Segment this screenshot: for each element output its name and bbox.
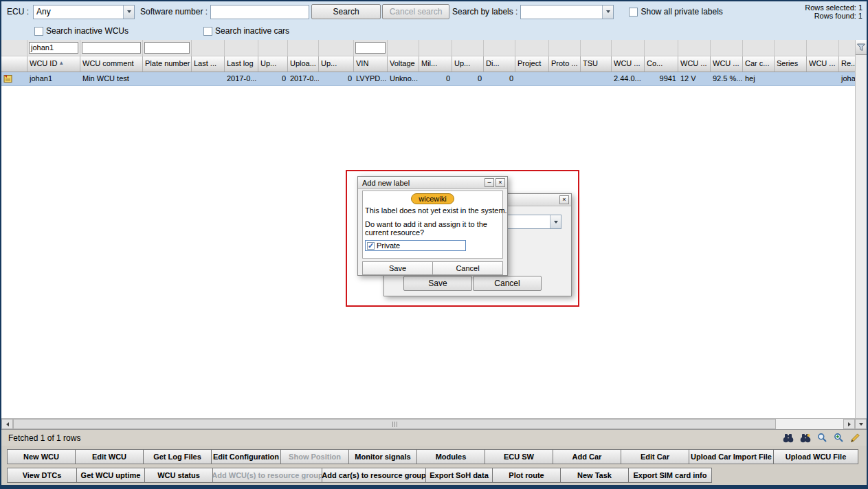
column-header-label: Uploa... xyxy=(290,59,316,67)
action-button-get-log-files[interactable]: Get Log Files xyxy=(143,449,212,464)
search-inactive-cars-checkbox[interactable] xyxy=(203,27,212,36)
column-header-5[interactable]: Last log xyxy=(225,56,258,72)
zoom-plus-icon[interactable] xyxy=(834,433,844,443)
scroll-down-button[interactable] xyxy=(855,419,867,429)
column-header-13[interactable]: Di... xyxy=(484,56,515,72)
action-button-get-wcu-uptime[interactable]: Get WCU uptime xyxy=(76,468,145,483)
action-button-new-task[interactable]: New Task xyxy=(560,468,629,483)
column-header-22[interactable]: Series xyxy=(775,56,807,72)
action-button-edit-configuration[interactable]: Edit Configuration xyxy=(211,449,281,464)
show-all-private-labels-checkbox[interactable] xyxy=(629,8,638,17)
column-header-20[interactable]: WCU ... xyxy=(711,56,743,72)
filter-cell-21 xyxy=(743,40,775,56)
column-header-19[interactable]: WCU ... xyxy=(678,56,711,72)
action-button-edit-wcu[interactable]: Edit WCU xyxy=(75,449,144,464)
chevron-down-icon xyxy=(550,215,561,228)
column-header-12[interactable]: Up... xyxy=(452,56,484,72)
action-button-ecu-sw[interactable]: ECU SW xyxy=(485,449,553,464)
action-button-edit-car[interactable]: Edit Car xyxy=(621,449,689,464)
private-checkbox[interactable] xyxy=(367,242,375,250)
ecu-label: ECU : xyxy=(7,7,29,17)
column-header-4[interactable]: Last ... xyxy=(192,56,225,72)
search-button[interactable]: Search xyxy=(311,4,381,19)
dialog-titlebar[interactable]: Add new label – × xyxy=(358,177,507,189)
status-icons xyxy=(783,433,860,443)
row-cell-19: 12 V xyxy=(678,72,711,85)
filter-cell-7 xyxy=(288,40,319,56)
column-header-17[interactable]: WCU ... xyxy=(612,56,645,72)
grid-data-row[interactable]: johan1Min WCU test2017-0...02017-0...0LV… xyxy=(1,72,855,86)
private-option[interactable]: Private xyxy=(365,240,466,251)
scroll-track[interactable] xyxy=(13,419,843,429)
action-button-wcu-status[interactable]: WCU status xyxy=(144,468,213,483)
column-header-1[interactable]: WCU ID▲ xyxy=(27,56,80,72)
action-button-export-soh-data[interactable]: Export SoH data xyxy=(425,468,493,483)
action-button-upload-car-import-file[interactable]: Upload Car Import File xyxy=(689,449,774,464)
column-header-10[interactable]: Voltage xyxy=(388,56,419,72)
column-header-8[interactable]: Up... xyxy=(319,56,354,72)
column-filter-button[interactable] xyxy=(856,40,867,55)
rows-selected-text: Rows selected: 1 xyxy=(805,3,863,12)
action-button-add-car[interactable]: Add Car xyxy=(553,449,621,464)
edit-pen-icon[interactable] xyxy=(850,433,860,443)
vertical-scrollbar[interactable] xyxy=(855,40,867,418)
filter-cell-15 xyxy=(549,40,581,56)
action-button-export-sim-card-info[interactable]: Export SIM card info xyxy=(628,468,712,483)
binoculars-search-icon[interactable] xyxy=(800,433,811,443)
search-inactive-wcus-label: Search inactive WCUs xyxy=(46,26,129,36)
ecu-select[interactable]: Any xyxy=(33,5,135,19)
column-filter-input-9[interactable] xyxy=(355,42,386,54)
column-header-18[interactable]: Co... xyxy=(645,56,678,72)
scroll-right-button[interactable] xyxy=(843,419,855,429)
back-cancel-button[interactable]: Cancel xyxy=(473,276,542,291)
column-header-14[interactable]: Project xyxy=(515,56,549,72)
back-save-button[interactable]: Save xyxy=(403,276,472,291)
action-button-monitor-signals[interactable]: Monitor signals xyxy=(348,449,417,464)
scroll-left-button[interactable] xyxy=(1,419,13,429)
column-header-16[interactable]: TSU xyxy=(581,56,612,72)
column-header-0[interactable] xyxy=(1,56,27,72)
column-header-6[interactable]: Up... xyxy=(258,56,288,72)
filter-cell-12 xyxy=(452,40,484,56)
column-header-3[interactable]: Plate number xyxy=(143,56,192,72)
column-header-11[interactable]: Mil... xyxy=(419,56,452,72)
row-cell-24: johan_ xyxy=(839,72,855,85)
action-button-upload-wcu-file[interactable]: Upload WCU File xyxy=(773,449,858,464)
column-header-2[interactable]: WCU comment xyxy=(80,56,143,72)
column-header-15[interactable]: Proto ... xyxy=(549,56,581,72)
column-filter-input-3[interactable] xyxy=(144,42,190,54)
horizontal-scrollbar[interactable] xyxy=(1,418,867,429)
arrow-down-icon xyxy=(859,423,863,426)
row-cell-22 xyxy=(775,72,807,85)
search-inactive-wcus-checkbox[interactable] xyxy=(34,27,43,36)
minimize-icon[interactable]: – xyxy=(485,178,494,187)
action-button-view-dtcs[interactable]: View DTCs xyxy=(7,468,77,483)
row-cell-11: 0 xyxy=(419,72,452,85)
action-button-modules[interactable]: Modules xyxy=(416,449,485,464)
filter-cell-11 xyxy=(419,40,452,56)
column-filter-input-2[interactable] xyxy=(82,42,141,54)
action-button-new-wcu[interactable]: New WCU xyxy=(7,449,76,464)
labels-select[interactable] xyxy=(520,5,614,19)
dialog-cancel-button[interactable]: Cancel xyxy=(432,261,503,275)
software-number-input[interactable] xyxy=(210,5,309,19)
column-header-9[interactable]: VIN xyxy=(354,56,388,72)
scroll-thumb[interactable] xyxy=(13,419,776,429)
column-header-label: Up... xyxy=(454,59,470,67)
row-cell-20: 92.5 %... xyxy=(711,72,743,85)
binoculars-icon[interactable] xyxy=(783,433,794,443)
column-header-23[interactable]: WCU ... xyxy=(807,56,839,72)
arrow-right-icon xyxy=(848,422,851,426)
close-icon[interactable]: × xyxy=(559,195,569,204)
column-filter-input-1[interactable]: johan1 xyxy=(29,42,78,54)
row-cell-7: 2017-0... xyxy=(288,72,319,85)
column-header-7[interactable]: Uploa... xyxy=(288,56,319,72)
zoom-icon[interactable] xyxy=(817,433,827,443)
dialog-save-button[interactable]: Save xyxy=(362,261,433,275)
action-button-add-car-s-to-resource-group[interactable]: Add car(s) to resource group xyxy=(322,468,426,483)
action-button-plot-route[interactable]: Plot route xyxy=(492,468,561,483)
private-label: Private xyxy=(377,241,400,250)
column-header-label: Series xyxy=(777,59,798,67)
column-header-21[interactable]: Car c... xyxy=(743,56,775,72)
close-icon[interactable]: × xyxy=(496,178,505,187)
